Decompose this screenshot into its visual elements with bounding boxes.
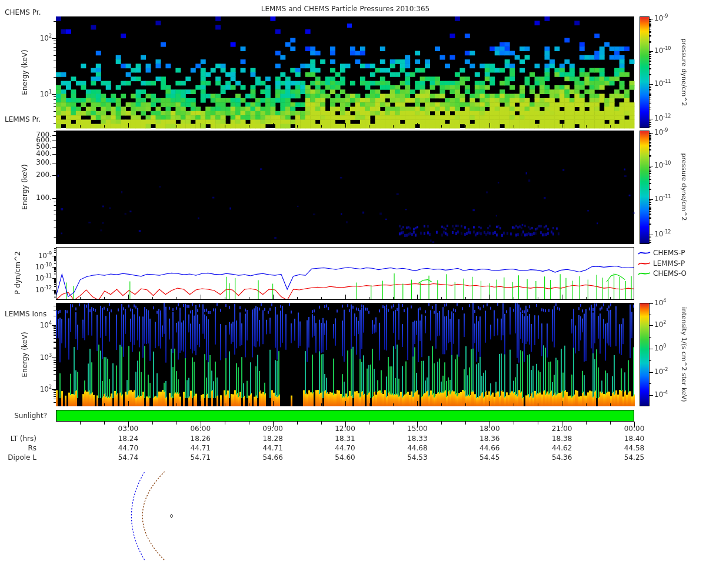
colorbar4-tick-label: 104 <box>654 298 666 307</box>
page-title: LEMMS and CHEMS Particle Pressures 2010:… <box>261 5 430 13</box>
chart-canvas <box>0 0 706 588</box>
annotation-row-value: 18.26 <box>191 435 211 443</box>
colorbar2-tick-label: 10-9 <box>654 128 668 136</box>
annotation-row-value: 44.70 <box>118 444 138 452</box>
legend-swatch-lemms-p <box>638 260 651 267</box>
annotation-row-value: 44.71 <box>262 444 282 452</box>
sunlight-label: Sunlight? <box>2 412 47 420</box>
panel1-ytick-label: 102 <box>16 34 52 42</box>
panel2-ytick-label: 100. <box>16 193 52 202</box>
colorbar1-tick-label: 10-9 <box>654 14 668 22</box>
annotation-row-value: 18.38 <box>552 435 572 443</box>
time-tick-label: 15:00 <box>407 425 428 433</box>
annotation-row-value: 44.68 <box>407 444 427 452</box>
panel4-ytick-label: 104 <box>16 320 52 329</box>
time-tick-label: 06:00 <box>190 425 211 433</box>
panel4-ytick-label: 103 <box>16 353 52 362</box>
annotation-row-value: 44.62 <box>552 444 572 452</box>
colorbar1-tick-label: 10-12 <box>654 113 671 122</box>
colorbar2-tick-label: 10-11 <box>654 194 671 203</box>
panel3-ytick-label: 10-12 <box>16 285 52 294</box>
colorbar4-tick-label: 10-2 <box>654 367 668 376</box>
annotation-row-value: 54.74 <box>118 453 138 462</box>
annotation-row-value: 54.60 <box>335 453 355 462</box>
annotation-row-label: Dipole L <box>0 453 36 462</box>
annotation-row-label: Rs <box>0 444 36 452</box>
plot-page: LEMMS and CHEMS Particle Pressures 2010:… <box>0 0 706 588</box>
panel3-ytick-label: 10-9 <box>16 251 52 260</box>
panel4-corner-label: LEMMS Ions <box>5 310 46 318</box>
panel1-corner-label: CHEMS Pr. <box>5 8 41 16</box>
panel3-ytick-label: 10-11 <box>16 273 52 282</box>
colorbar1-unit-label: pressure dyne/cm^2 <box>680 39 688 106</box>
legend-swatch-chems-p <box>638 249 651 256</box>
time-tick-label: 18:00 <box>479 425 500 433</box>
annotation-row-value: 54.71 <box>191 453 211 462</box>
panel2-ytick-label: 200. <box>16 171 52 179</box>
annotation-row-label: LT (hrs) <box>0 435 36 443</box>
legend-label-lemms-p: LEMMS-P <box>653 259 685 268</box>
annotation-row-value: 54.45 <box>479 453 499 462</box>
annotation-row-value: 44.58 <box>624 444 644 452</box>
time-tick-label: 00:00 <box>624 425 645 433</box>
time-tick-label: 03:00 <box>118 425 139 433</box>
annotation-row-value: 54.25 <box>624 453 644 462</box>
annotation-row-value: 54.66 <box>262 453 282 462</box>
legend-label-chems-p: CHEMS-P <box>653 249 685 257</box>
colorbar2-tick-label: 10-12 <box>654 229 671 238</box>
colorbar4-tick-label: 100 <box>654 343 666 352</box>
time-tick-label: 09:00 <box>262 425 283 433</box>
annotation-row-value: 44.70 <box>335 444 355 452</box>
annotation-row-value: 18.33 <box>407 435 427 443</box>
panel1-ylabel: Energy (keV) <box>21 49 29 95</box>
legend-label-chems-o: CHEMS-O <box>653 269 687 278</box>
colorbar1-tick-label: 10-10 <box>654 46 671 55</box>
time-tick-label: 12:00 <box>335 425 355 433</box>
annotation-row-value: 18.40 <box>624 435 644 443</box>
colorbar1-tick-label: 10-11 <box>654 79 671 88</box>
colorbar2-tick-label: 10-10 <box>654 161 671 169</box>
panel1-ytick-label: 101 <box>16 89 52 98</box>
panel2-ytick-label: 400. <box>16 149 52 158</box>
legend-swatch-chems-o <box>638 270 651 277</box>
panel4-ytick-label: 102 <box>16 385 52 393</box>
annotation-row-value: 44.71 <box>191 444 211 452</box>
panel3-ytick-label: 10-10 <box>16 262 52 271</box>
annotation-row-value: 18.31 <box>335 435 355 443</box>
annotation-row-value: 18.36 <box>479 435 499 443</box>
panel2-ytick-label: 300. <box>16 158 52 166</box>
colorbar4-tick-label: 102 <box>654 320 666 329</box>
annotation-row-value: 54.36 <box>552 453 572 462</box>
panel2-corner-label: LEMMS Pr. <box>5 115 41 123</box>
annotation-row-value: 54.53 <box>407 453 427 462</box>
annotation-row-value: 18.24 <box>118 435 138 443</box>
colorbar4-unit-label: intensity 1/(s cm^2 ster keV) <box>680 307 688 402</box>
colorbar2-unit-label: pressure dyne/cm^2 <box>680 153 688 221</box>
annotation-row-value: 18.28 <box>262 435 282 443</box>
colorbar4-tick-label: 10-4 <box>654 390 668 399</box>
annotation-row-value: 44.66 <box>479 444 499 452</box>
time-tick-label: 21:00 <box>552 425 572 433</box>
